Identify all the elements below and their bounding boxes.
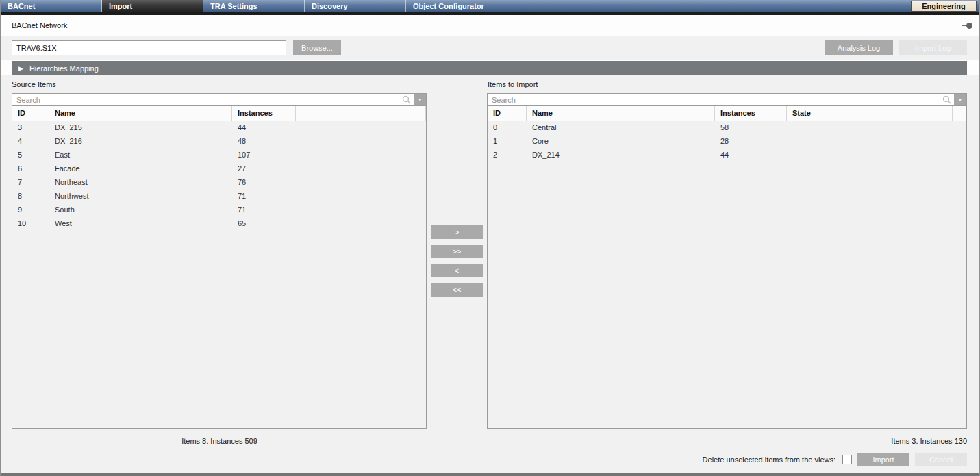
table-cell: Facade bbox=[49, 162, 232, 176]
delete-unselected-label: Delete unselected items from the views: bbox=[703, 455, 835, 464]
footer-actions: Delete unselected items from the views: … bbox=[12, 453, 967, 466]
expand-arrow-icon[interactable]: ▶ bbox=[18, 65, 23, 72]
table-row[interactable]: 9South71 bbox=[12, 203, 426, 217]
table-cell bbox=[296, 203, 414, 217]
transfer-button-group: >>><<< bbox=[427, 93, 487, 429]
analysis-log-button[interactable]: Analysis Log bbox=[825, 40, 893, 55]
hierarchies-mapping-expander[interactable]: ▶ Hierarchies Mapping bbox=[12, 61, 967, 75]
table-cell: DX_216 bbox=[49, 135, 232, 149]
table-cell: 76 bbox=[232, 176, 296, 190]
table-cell: 58 bbox=[715, 121, 787, 135]
table-cell bbox=[953, 135, 966, 149]
source-items-panel: ▼ IDNameInstances 3DX_215444DX_216485Eas… bbox=[12, 93, 427, 429]
table-cell bbox=[414, 176, 426, 190]
tab-tra-settings[interactable]: TRA Settings bbox=[203, 0, 305, 12]
table-cell: 28 bbox=[715, 135, 787, 149]
move-left-button[interactable]: < bbox=[431, 264, 483, 277]
table-cell bbox=[901, 121, 953, 135]
page-title: BACnet Network bbox=[12, 21, 67, 29]
table-row[interactable]: 4DX_21648 bbox=[12, 135, 426, 149]
table-cell: 9 bbox=[12, 203, 49, 217]
column-header[interactable] bbox=[953, 106, 966, 121]
pin-icon[interactable] bbox=[962, 23, 972, 29]
table-row[interactable]: 8Northwest71 bbox=[12, 190, 426, 203]
table-cell: 3 bbox=[12, 121, 49, 135]
table-cell: East bbox=[49, 149, 232, 162]
column-header-id[interactable]: ID bbox=[488, 106, 527, 121]
table-cell: 44 bbox=[715, 149, 787, 162]
table-row[interactable]: 5East107 bbox=[12, 149, 426, 162]
source-search-filter-dropdown[interactable]: ▼ bbox=[414, 94, 426, 105]
table-cell bbox=[787, 121, 901, 135]
window-bottom-edge bbox=[1, 473, 979, 476]
column-header-state[interactable]: State bbox=[787, 106, 901, 121]
table-cell bbox=[296, 162, 414, 176]
table-cell: 7 bbox=[12, 176, 49, 190]
tab-bar: BACnetImportTRA SettingsDiscoveryObject … bbox=[1, 0, 979, 12]
source-search-row: ▼ bbox=[12, 94, 426, 106]
import-search-filter-dropdown[interactable]: ▼ bbox=[954, 94, 966, 105]
table-cell: 5 bbox=[12, 149, 49, 162]
table-row[interactable]: 0Central58 bbox=[488, 121, 966, 135]
import-log-button[interactable]: Import Log bbox=[899, 40, 967, 55]
import-table-header[interactable]: IDNameInstancesState bbox=[488, 106, 966, 121]
column-header-name[interactable]: Name bbox=[527, 106, 715, 121]
table-cell bbox=[953, 121, 966, 135]
search-icon bbox=[402, 95, 411, 104]
hierarchies-mapping-label: Hierarchies Mapping bbox=[29, 64, 99, 73]
table-cell: Northeast bbox=[49, 176, 232, 190]
table-row[interactable]: 6Facade27 bbox=[12, 162, 426, 176]
cancel-button[interactable]: Cancel bbox=[915, 453, 967, 466]
table-cell bbox=[414, 217, 426, 231]
table-cell bbox=[414, 190, 426, 203]
items-to-import-panel: ▼ IDNameInstancesState 0Central581Core28… bbox=[487, 93, 967, 429]
table-row[interactable]: 2DX_21444 bbox=[488, 149, 966, 162]
engineering-mode-button[interactable]: Engineering bbox=[911, 1, 977, 12]
search-icon bbox=[942, 95, 951, 104]
move-right-button[interactable]: > bbox=[431, 225, 483, 239]
source-file-input[interactable] bbox=[12, 40, 286, 55]
source-search-input[interactable] bbox=[12, 94, 426, 105]
import-panel-title: Items to Import bbox=[488, 80, 967, 88]
file-toolbar: Browse... Analysis Log Import Log bbox=[1, 36, 979, 60]
table-cell: Core bbox=[527, 135, 715, 149]
table-cell bbox=[414, 162, 426, 176]
import-table-body: 0Central581Core282DX_21444 bbox=[488, 121, 966, 428]
table-cell: 4 bbox=[12, 135, 49, 149]
table-cell: 2 bbox=[488, 149, 527, 162]
column-header[interactable] bbox=[414, 106, 426, 121]
column-header[interactable] bbox=[901, 106, 953, 121]
tab-import[interactable]: Import bbox=[102, 0, 203, 12]
table-row[interactable]: 1Core28 bbox=[488, 135, 966, 149]
table-cell bbox=[296, 190, 414, 203]
delete-unselected-checkbox[interactable] bbox=[842, 455, 852, 464]
tab-discovery[interactable]: Discovery bbox=[305, 0, 406, 12]
import-items-summary: Items 3. Instances 130 bbox=[488, 437, 967, 445]
move-all-left-button[interactable]: << bbox=[431, 283, 483, 297]
table-row[interactable]: 10West65 bbox=[12, 217, 426, 231]
tab-object-configurator[interactable]: Object Configurator bbox=[406, 0, 507, 12]
column-header-instances[interactable]: Instances bbox=[232, 106, 296, 121]
table-cell: 44 bbox=[232, 121, 296, 135]
source-table-header[interactable]: IDNameInstances bbox=[12, 106, 426, 121]
table-row[interactable]: 3DX_21544 bbox=[12, 121, 426, 135]
tab-bacnet[interactable]: BACnet bbox=[1, 0, 102, 12]
column-header-id[interactable]: ID bbox=[12, 106, 49, 121]
column-header[interactable] bbox=[296, 106, 414, 121]
import-button[interactable]: Import bbox=[857, 453, 909, 466]
import-search-row: ▼ bbox=[488, 94, 966, 106]
table-cell bbox=[296, 176, 414, 190]
table-cell bbox=[901, 149, 953, 162]
table-cell bbox=[953, 149, 966, 162]
table-cell: 1 bbox=[488, 135, 527, 149]
import-search-input[interactable] bbox=[488, 94, 966, 105]
browse-button[interactable]: Browse... bbox=[293, 40, 341, 55]
column-header-name[interactable]: Name bbox=[49, 106, 232, 121]
table-cell: 27 bbox=[232, 162, 296, 176]
column-header-instances[interactable]: Instances bbox=[715, 106, 787, 121]
move-all-right-button[interactable]: >> bbox=[431, 245, 483, 258]
source-table-body: 3DX_215444DX_216485East1076Facade277Nort… bbox=[12, 121, 426, 428]
table-cell: 6 bbox=[12, 162, 49, 176]
table-row[interactable]: 7Northeast76 bbox=[12, 176, 426, 190]
table-cell: 8 bbox=[12, 190, 49, 203]
